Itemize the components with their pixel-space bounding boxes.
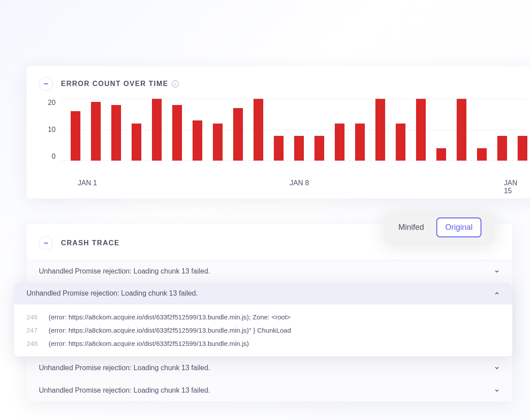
- trace-row[interactable]: Unhandled Promise rejection: Loading chu…: [26, 356, 512, 379]
- y-tick: 10: [48, 126, 56, 134]
- code-line: 248 (error: https://a8ckom.acquire.io/di…: [26, 337, 500, 350]
- bar: [416, 99, 426, 161]
- trace-row[interactable]: Unhandled Promise rejection: Loading chu…: [26, 260, 512, 282]
- toggle-minified-button[interactable]: Minifed: [390, 218, 433, 237]
- y-axis: 20 10 0: [39, 99, 60, 161]
- bar: [457, 99, 466, 161]
- bar: [172, 105, 182, 161]
- bar: [111, 105, 121, 161]
- trace-title-text: CRASH TRACE: [61, 239, 120, 247]
- bar: [152, 99, 162, 161]
- bar: [132, 124, 141, 161]
- code-lines: 246 (error: https://a8ckom.acquire.io/di…: [14, 304, 512, 356]
- x-tick: JAN 8: [290, 179, 309, 187]
- chart-panel-header: − ERROR COUNT OVER TIME i: [39, 77, 526, 91]
- y-tick: 0: [52, 153, 56, 161]
- line-number: 248: [26, 337, 42, 350]
- trace-row-message: Unhandled Promise rejection: Loading chu…: [39, 386, 210, 394]
- line-number: 247: [26, 324, 42, 337]
- y-tick: 20: [48, 99, 56, 107]
- info-icon[interactable]: i: [172, 80, 179, 87]
- crash-trace-panel: − CRASH TRACE Unhandled Promise rejectio…: [26, 224, 512, 401]
- bar: [294, 136, 304, 161]
- bar: [396, 124, 405, 161]
- bar: [254, 99, 263, 161]
- trace-row-message: Unhandled Promise rejection: Loading chu…: [39, 364, 210, 372]
- line-text: (error: https://a8ckom.acquire.io/dist/6…: [49, 311, 291, 324]
- bar: [497, 136, 507, 161]
- toggle-original-button[interactable]: Original: [436, 218, 481, 237]
- line-text: (error: https://a8ckom.acquire.io/dist/6…: [49, 337, 249, 350]
- chevron-down-icon: [494, 365, 500, 371]
- line-text: (error: https://a8ckom.acquire.io/dist/6…: [49, 324, 291, 337]
- bar: [213, 124, 223, 161]
- bar: [518, 136, 527, 161]
- trace-expanded-message: Unhandled Promise rejection: Loading chu…: [26, 289, 198, 297]
- bar: [477, 148, 487, 161]
- source-toggle: Minifed Original: [384, 212, 495, 243]
- trace-expanded-card: Unhandled Promise rejection: Loading chu…: [14, 282, 512, 356]
- chevron-down-icon: [494, 268, 500, 274]
- plot-wrapper: [60, 99, 526, 161]
- error-count-panel: − ERROR COUNT OVER TIME i 20 10 0 JAN 1 …: [26, 66, 530, 199]
- chart-area: 20 10 0: [39, 99, 526, 174]
- x-tick: JAN 1: [78, 179, 97, 187]
- bar: [71, 111, 80, 161]
- chevron-down-icon: [494, 387, 500, 394]
- bar: [335, 124, 344, 161]
- trace-expanded-header[interactable]: Unhandled Promise rejection: Loading chu…: [14, 282, 512, 304]
- trace-panel-title: CRASH TRACE: [61, 239, 120, 247]
- bar: [314, 136, 324, 161]
- chart-title-text: ERROR COUNT OVER TIME: [61, 80, 168, 88]
- bar: [91, 102, 101, 161]
- chevron-up-icon: [494, 290, 500, 296]
- trace-row[interactable]: Unhandled Promise rejection: Loading chu…: [26, 379, 512, 401]
- bar: [274, 136, 284, 161]
- x-tick: JAN 15: [504, 179, 526, 195]
- code-line: 246 (error: https://a8ckom.acquire.io/di…: [26, 311, 500, 324]
- bar: [355, 124, 365, 161]
- trace-row-message: Unhandled Promise rejection: Loading chu…: [39, 267, 210, 275]
- bar: [375, 99, 385, 161]
- line-number: 246: [26, 311, 42, 324]
- bar: [233, 108, 243, 161]
- bars-container: [60, 99, 526, 161]
- bar: [436, 148, 446, 161]
- bar: [193, 120, 202, 161]
- collapse-trace-button[interactable]: −: [39, 236, 53, 250]
- collapse-chart-button[interactable]: −: [39, 77, 53, 91]
- x-axis: JAN 1 JAN 8 JAN 15: [60, 179, 526, 192]
- code-line: 247 (error: https://a8ckom.acquire.io/di…: [26, 324, 500, 337]
- chart-panel-title: ERROR COUNT OVER TIME i: [61, 80, 179, 88]
